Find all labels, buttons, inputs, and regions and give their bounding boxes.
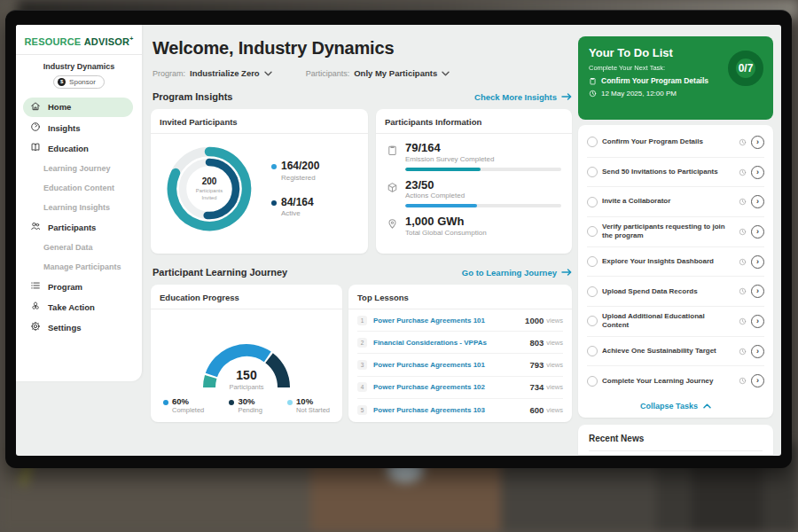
arrow-right-icon xyxy=(561,93,572,100)
views-suffix: views xyxy=(546,317,563,325)
chevron-down-icon xyxy=(264,71,272,76)
active-label: Active xyxy=(281,209,314,217)
completed-pct: 60% xyxy=(172,397,204,406)
app-logo: RESOURCE ADVISOR+ xyxy=(16,25,142,54)
lesson-title-link[interactable]: Power Purchase Agreements 103 xyxy=(373,406,529,414)
lesson-views: 734 xyxy=(529,382,544,392)
sidebar-item-learning-journey[interactable]: Learning Journey xyxy=(16,159,142,178)
chevron-down-icon xyxy=(442,71,450,76)
check-more-insights-link[interactable]: Check More Insights xyxy=(474,92,572,102)
sidebar-item-label: Settings xyxy=(48,323,81,332)
collapse-tasks-link[interactable]: Collapse Tasks xyxy=(587,395,764,412)
checkbox[interactable] xyxy=(587,346,598,356)
todo-item: Upload Additional Educational Content › xyxy=(587,307,764,337)
sidebar-item-program[interactable]: Program xyxy=(16,277,142,297)
todo-item-label: Complete Your Learning Journey xyxy=(602,377,734,386)
checkbox[interactable] xyxy=(587,197,598,207)
sidebar: RESOURCE ADVISOR+ Industry Dynamics $ Sp… xyxy=(16,25,142,381)
checkbox[interactable] xyxy=(587,256,598,267)
filter-bar: Program: Industrialize Zero Participants… xyxy=(153,68,572,78)
clock-icon xyxy=(739,198,747,206)
lesson-row: 2 Financial Considerations - VPPAs 803 v… xyxy=(357,332,563,354)
lesson-title-link[interactable]: Power Purchase Agreements 101 xyxy=(373,361,529,369)
invited-participants-card: Invited Participants 200 Participants In… xyxy=(151,109,368,254)
todo-item: Verify participants requesting to join t… xyxy=(587,217,764,247)
organization-name: Industry Dynamics xyxy=(16,62,142,71)
checkbox[interactable] xyxy=(587,137,598,147)
open-task-button[interactable]: › xyxy=(751,225,764,239)
registered-dot-icon xyxy=(271,164,277,169)
clock-icon xyxy=(739,138,747,146)
sponsor-badge[interactable]: $ Sponsor xyxy=(53,75,105,89)
views-suffix: views xyxy=(546,406,563,414)
emission-survey-progressbar xyxy=(405,168,561,171)
checkbox[interactable] xyxy=(587,376,598,387)
card-title: Invited Participants xyxy=(151,109,368,134)
logo-text-primary: RESOURCE xyxy=(24,36,81,47)
open-task-button[interactable]: › xyxy=(751,166,764,179)
lesson-views: 600 xyxy=(529,405,544,415)
due-date: 12 May 2025, 12:00 PM xyxy=(601,90,677,98)
actions-completed-progressbar xyxy=(405,204,561,207)
section-title: Program Insights xyxy=(153,91,232,102)
sidebar-item-settings[interactable]: Settings xyxy=(16,317,142,338)
consumption-value: 1,000 GWh xyxy=(405,215,487,228)
link-label: Check More Insights xyxy=(474,92,557,102)
go-to-learning-journey-link[interactable]: Go to Learning Journey xyxy=(462,268,572,278)
sidebar-menu: Home Insights Education Learning Journey… xyxy=(16,98,142,338)
lesson-title-link[interactable]: Financial Considerations - VPPAs xyxy=(373,339,529,347)
clock-icon xyxy=(739,228,747,236)
sidebar-item-label: Learning Journey xyxy=(43,164,111,173)
todo-item-label: Upload Spend Data Records xyxy=(602,287,734,296)
sidebar-item-education-content[interactable]: Education Content xyxy=(16,178,142,198)
actions-completed-row: 23/50 Actions Completed xyxy=(387,179,561,208)
participants-information-body: 79/164 Emission Survey Completed 23/50 A… xyxy=(376,134,572,237)
todo-item-label: Explore Your Insights Dashboard xyxy=(602,257,734,266)
todo-column: Your To Do List Complete Your Next Task:… xyxy=(578,25,773,455)
todo-item-label: Send 50 Invitations to Participants xyxy=(602,168,734,176)
sidebar-item-label: Education xyxy=(48,144,89,153)
open-task-button[interactable]: › xyxy=(751,345,764,358)
next-task-label: Confirm Your Program Details xyxy=(601,76,708,85)
open-task-button[interactable]: › xyxy=(751,255,764,269)
open-task-button[interactable]: › xyxy=(751,285,764,298)
sidebar-item-learning-insights[interactable]: Learning Insights xyxy=(16,198,142,217)
sidebar-item-take-action[interactable]: Take Action xyxy=(16,297,142,317)
open-task-button[interactable]: › xyxy=(751,195,764,208)
todo-progress-value: 0/7 xyxy=(739,62,754,74)
active-value: 84/164 xyxy=(281,197,314,208)
section-title: Participant Learning Journey xyxy=(153,267,287,278)
lesson-title-link[interactable]: Power Purchase Agreements 102 xyxy=(373,383,529,391)
program-filter[interactable]: Program: Industrialize Zero xyxy=(153,68,272,78)
sidebar-item-manage-participants[interactable]: Manage Participants xyxy=(16,257,142,277)
clipboard-icon xyxy=(589,77,597,85)
completed-label: Completed xyxy=(172,406,204,414)
lesson-rank: 2 xyxy=(357,338,367,348)
checkbox[interactable] xyxy=(587,316,598,326)
arrow-right-icon xyxy=(561,269,572,276)
checkbox[interactable] xyxy=(587,226,598,237)
sidebar-item-insights[interactable]: Insights xyxy=(16,118,142,138)
donut-center-label: Participants Invited xyxy=(189,188,230,200)
link-label: Go to Learning Journey xyxy=(462,268,557,278)
legend-active: 84/164 Active xyxy=(271,197,319,217)
top-lessons-card: Top Lessons 1 Power Purchase Agreements … xyxy=(348,285,572,422)
participants-filter[interactable]: Participants: Only My Participants xyxy=(306,68,450,78)
main-content: Welcome, Industry Dynamics Program: Indu… xyxy=(151,25,572,456)
checkbox[interactable] xyxy=(587,167,598,177)
open-task-button[interactable]: › xyxy=(751,136,764,149)
lesson-views: 803 xyxy=(529,338,544,348)
sidebar-item-participants[interactable]: Participants xyxy=(16,217,142,238)
sidebar-item-label: Education Content xyxy=(43,184,114,192)
sidebar-item-education[interactable]: Education xyxy=(16,138,142,159)
open-task-button[interactable]: › xyxy=(751,374,764,387)
sidebar-item-home[interactable]: Home xyxy=(23,98,133,117)
sidebar-item-general-data[interactable]: General Data xyxy=(16,238,142,257)
views-suffix: views xyxy=(546,383,563,391)
lesson-title-link[interactable]: Power Purchase Agreements 101 xyxy=(373,317,525,325)
donut-center-value: 200 xyxy=(202,176,217,186)
checkbox[interactable] xyxy=(587,286,598,297)
open-task-button[interactable]: › xyxy=(751,315,764,328)
cube-icon xyxy=(387,182,398,193)
education-progress-card: Education Progress 150 Participants 60% … xyxy=(151,285,342,422)
